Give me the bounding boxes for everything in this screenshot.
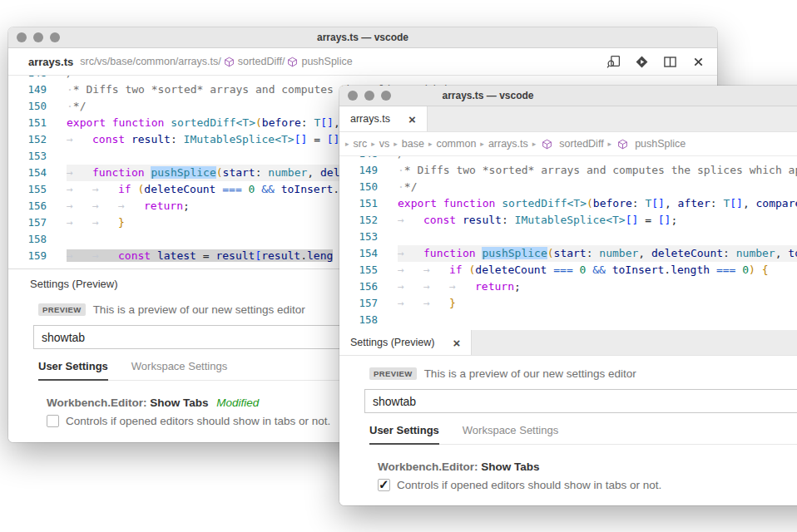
maximize-window-icon[interactable] [50,32,60,42]
breadcrumb-item[interactable]: base [402,138,424,150]
breadcrumb: ▸src▸vs▸base▸common▸arrays.ts▸sortedDiff… [339,132,797,156]
code-line[interactable]: 156→→→return; [339,278,797,295]
tab-workspace-settings[interactable]: Workspace Settings [463,424,558,444]
line-number[interactable]: 158 [8,231,67,248]
settings-search-value: showtab [42,331,85,344]
preview-badge: PREVIEW [38,303,86,316]
window-title: arrays.ts — vscode [317,32,408,43]
tab-arrays-ts[interactable]: arrays.ts × [339,106,428,131]
tab-whitespace-arrow: → [67,165,92,181]
minimize-window-icon[interactable] [364,91,374,101]
chevron-right-icon: ▸ [608,140,612,148]
close-tab-icon[interactable]: × [453,337,460,349]
tab-whitespace-arrow: → [423,295,449,312]
line-number[interactable]: 153 [339,229,398,245]
chevron-right-icon: ▸ [394,140,398,148]
code-line[interactable]: 149·* Diffs two *sorted* arrays and comp… [339,162,797,179]
code-line[interactable]: 152→const result: IMutableSplice<T>[] = … [339,212,797,229]
line-number[interactable]: 149 [8,81,67,98]
code-line[interactable]: 148/** [8,76,717,81]
tab-whitespace-arrow: → [423,262,449,278]
maximize-window-icon[interactable] [381,91,391,101]
breadcrumb-item[interactable]: vs [379,138,390,150]
setting-checkbox[interactable] [47,415,59,427]
breadcrumb-item[interactable]: arrays.ts [488,138,528,150]
setting-name: Show Tabs [481,461,539,473]
close-tab-icon[interactable]: × [408,113,416,126]
tab-whitespace-arrow: → [398,278,423,295]
code-line[interactable]: 154→function pushSplice(start: number, d… [339,245,797,262]
tab-whitespace-arrow: → [92,198,118,214]
tab-whitespace-arrow: → [92,181,118,198]
line-number[interactable]: 159 [8,248,67,264]
line-number[interactable]: 151 [339,195,398,212]
line-number[interactable]: 152 [339,212,398,229]
line-number[interactable]: 150 [8,98,67,115]
minimize-window-icon[interactable] [33,32,43,42]
preview-badge: PREVIEW [369,367,417,380]
line-number[interactable]: 149 [339,162,398,179]
line-number[interactable]: 157 [339,295,398,312]
tab-whitespace-arrow: → [67,181,92,198]
code-line[interactable]: 157→→} [339,295,797,312]
tab-workspace-settings[interactable]: Workspace Settings [131,360,227,380]
file-path-segment: src/vs/base/common/arrays.ts/ [80,56,221,67]
tab-whitespace-arrow: → [67,131,92,148]
code-line[interactable]: 148/** [339,156,797,162]
open-changes-icon[interactable] [635,55,649,69]
tab-user-settings[interactable]: User Settings [369,424,439,445]
tab-label: arrays.ts [350,113,390,125]
chevron-right-icon: ▸ [345,140,349,148]
tab-whitespace-arrow: → [398,262,423,278]
breadcrumb-item[interactable]: pushSplice [635,138,686,150]
line-number[interactable]: 148 [339,156,398,162]
traffic-lights[interactable] [17,32,60,42]
breadcrumb-item[interactable]: sortedDiff [559,138,603,150]
line-number[interactable]: 157 [8,214,67,231]
line-number[interactable]: 156 [339,278,398,295]
code-line[interactable]: 151export function sortedDiff<T>(before:… [339,195,797,212]
tab-whitespace-arrow: → [398,212,423,229]
editor-actions [606,55,705,69]
tab-user-settings[interactable]: User Settings [38,360,108,381]
line-number[interactable]: 155 [8,181,67,198]
tab-whitespace-arrow: → [398,295,423,312]
code-editor[interactable]: 148/**149·* Diffs two *sorted* arrays an… [339,156,797,330]
line-number[interactable]: 155 [339,262,398,278]
settings-search-input[interactable]: showtab [364,389,797,413]
close-editor-icon[interactable] [691,55,705,69]
file-path-segment: pushSplice [301,56,352,67]
line-number[interactable]: 153 [8,148,67,165]
editor-title-header: arrays.ts src/vs/base/common/arrays.ts/s… [8,48,717,76]
line-number[interactable]: 154 [8,165,67,181]
setting-modified-badge: Modified [216,397,259,409]
open-preview-icon[interactable] [606,55,621,69]
breadcrumb-item[interactable]: common [436,138,476,150]
breadcrumb-item[interactable]: src [354,138,368,150]
tab-whitespace-arrow: → [67,198,92,214]
line-number[interactable]: 158 [339,312,398,328]
symbol-icon [617,139,628,150]
line-number[interactable]: 148 [8,76,67,81]
traffic-lights[interactable] [348,91,391,101]
line-number[interactable]: 152 [8,131,67,148]
code-line[interactable]: 158 [339,312,797,328]
symbol-icon [287,57,298,67]
split-editor-icon[interactable] [663,55,677,69]
chevron-right-icon: ▸ [428,140,433,148]
code-line[interactable]: 155→→if (deleteCount === 0 && toInsert.l… [339,262,797,278]
close-window-icon[interactable] [348,91,358,101]
tab-settings-preview[interactable]: Settings (Preview) × [339,330,472,355]
close-window-icon[interactable] [17,32,27,42]
tab-whitespace-arrow: → [423,278,449,295]
file-name-label: arrays.ts [28,56,73,68]
code-line[interactable]: 153 [339,229,797,245]
settings-scope-tabs: User Settings Workspace Settings [369,424,797,445]
line-number[interactable]: 150 [339,179,398,195]
setting-checkbox[interactable] [378,479,390,491]
line-number[interactable]: 156 [8,198,67,214]
line-number[interactable]: 151 [8,115,67,131]
settings-tab-bar: Settings (Preview) × [339,330,797,356]
code-line[interactable]: 150·*/ [339,179,797,195]
line-number[interactable]: 154 [339,245,398,262]
